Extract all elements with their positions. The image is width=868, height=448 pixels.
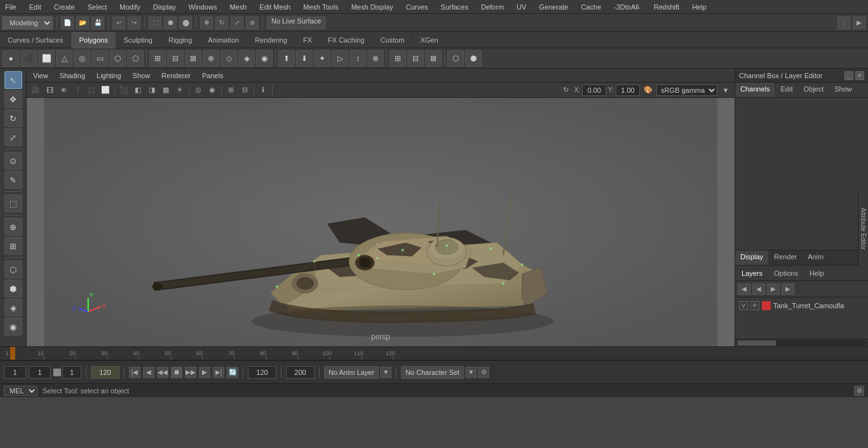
vp-resolution-icon[interactable]: ⊞ (224, 85, 237, 96)
vp-shading2-icon[interactable]: ◧ (132, 85, 144, 96)
vp-light-icon[interactable]: ☀ (173, 85, 186, 96)
move-tool[interactable]: ✥ (4, 90, 22, 108)
menu-help[interactable]: Help (689, 2, 709, 12)
status-settings-icon[interactable]: ⚙ (854, 386, 864, 396)
viewport[interactable]: View Shading Lighting Show Renderer Pane… (27, 69, 735, 346)
new-file-btn[interactable]: 📄 (61, 17, 74, 29)
go-end-btn[interactable]: ▶| (213, 367, 224, 378)
scene-icon1[interactable]: ⬡ (4, 261, 22, 278)
shelf-cylinder[interactable]: ⬜ (38, 50, 55, 67)
layers-subtab[interactable]: Layers (738, 268, 766, 278)
menu-windows[interactable]: Windows (186, 2, 220, 12)
shelf-extract[interactable]: ⊠ (185, 50, 201, 67)
tab-custom[interactable]: Custom (373, 32, 413, 48)
shelf-extrude[interactable]: ⬆ (278, 50, 295, 67)
coord-y-field[interactable] (616, 85, 640, 96)
menu-select[interactable]: Select (85, 2, 110, 12)
shelf-offset-edge[interactable]: ⊠ (425, 50, 442, 67)
menu-create[interactable]: Create (51, 2, 78, 12)
layer-color-swatch[interactable] (762, 301, 771, 310)
menu-curves[interactable]: Curves (403, 2, 431, 12)
end-frame-field[interactable] (91, 366, 119, 379)
vp-isolate-icon[interactable]: ◉ (206, 85, 219, 96)
no-char-set-btn[interactable]: No Character Set (401, 366, 464, 379)
select-tool-btn[interactable]: ⬚ (149, 17, 161, 29)
anim-layer-menu-btn[interactable]: ▼ (380, 367, 391, 378)
open-file-btn[interactable]: 📂 (76, 17, 89, 29)
scale-tool[interactable]: ⤢ (4, 128, 22, 146)
scene-icon2[interactable]: ⬢ (4, 280, 22, 297)
viewport-canvas[interactable]: X Y Z persp (27, 98, 735, 346)
viewport-menu-view[interactable]: View (31, 71, 51, 81)
loop-btn[interactable]: 🔄 (227, 367, 238, 378)
shelf-plane[interactable]: ▭ (92, 50, 108, 67)
tab-fx[interactable]: FX (295, 32, 320, 48)
vp-extra1-icon[interactable]: ↻ (560, 85, 573, 96)
tab-xgen[interactable]: XGen (412, 32, 446, 48)
viewport-menu-panels[interactable]: Panels (200, 71, 226, 81)
options-subtab[interactable]: Options (770, 268, 802, 278)
tab-curves-surfaces[interactable]: Curves / Surfaces (0, 32, 71, 48)
step-back-btn[interactable]: ◀ (143, 367, 154, 378)
tab-polygons[interactable]: Polygons (71, 32, 116, 48)
script-lang-selector[interactable]: MEL (4, 386, 37, 396)
step-fwd-btn[interactable]: ▶ (199, 367, 210, 378)
universal-btn[interactable]: ⊕ (246, 17, 259, 29)
select-lasso-btn[interactable]: ⬟ (164, 17, 177, 29)
anim-layer-tab[interactable]: Anim (803, 250, 829, 265)
paint-tool[interactable]: ✎ (4, 171, 22, 189)
layer-vis-toggle[interactable]: V (739, 301, 748, 310)
save-btn[interactable]: 💾 (92, 17, 104, 29)
current-frame-field[interactable] (29, 366, 51, 379)
vp-film-icon[interactable]: 🎞 (43, 85, 56, 96)
panel-minimize-btn[interactable]: _ (844, 71, 853, 80)
coord-x-field[interactable] (582, 85, 606, 96)
layer-next-btn[interactable]: ▶ (767, 283, 780, 295)
edit-tab[interactable]: Edit (775, 83, 798, 97)
redo-btn[interactable]: ↪ (128, 17, 140, 29)
show-manip-tool[interactable]: ⊕ (4, 218, 22, 236)
playback-end-field[interactable] (286, 366, 315, 379)
shelf-insert-edge[interactable]: ⊟ (407, 50, 424, 67)
vp-wireframe-icon[interactable]: ⬚ (85, 85, 98, 96)
shelf-disk[interactable]: ⬡ (109, 50, 126, 67)
mode-selector[interactable]: Modeling (3, 17, 53, 29)
no-live-surface-btn[interactable]: No Live Surface (267, 17, 325, 29)
menu-surfaces[interactable]: Surfaces (438, 2, 471, 12)
viewport-menu-renderer[interactable]: Renderer (159, 71, 193, 81)
shelf-reduce[interactable]: ◉ (256, 50, 273, 67)
menu-file[interactable]: File (3, 2, 19, 12)
stop-btn[interactable]: ⏹ (171, 367, 182, 378)
viewport-menu-show[interactable]: Show (130, 71, 153, 81)
scroll-track[interactable] (738, 341, 865, 346)
tab-rendering[interactable]: Rendering (247, 32, 295, 48)
panel-scrollbar[interactable] (735, 339, 868, 346)
go-start-btn[interactable]: |◀ (129, 367, 140, 378)
viewport-menu-shading[interactable]: Shading (57, 71, 88, 81)
shelf-booleans[interactable]: ⊕ (203, 50, 219, 67)
tab-fx-caching[interactable]: FX Caching (320, 32, 372, 48)
menu-mesh[interactable]: Mesh (227, 2, 249, 12)
render-region-btn[interactable]: ▶ (853, 17, 865, 29)
shelf-wedge[interactable]: ▷ (332, 50, 348, 67)
layer-item[interactable]: V P Tank_Turret_Camoufla (736, 299, 867, 313)
char-set-settings-btn[interactable]: ⚙ (478, 367, 489, 378)
rotate-tool[interactable]: ↻ (4, 109, 22, 127)
select-arrow-tool[interactable]: ↖ (4, 71, 22, 89)
shelf-remesh[interactable]: ◈ (238, 50, 255, 67)
tab-sculpting[interactable]: Sculpting (116, 32, 161, 48)
paint-sel-btn[interactable]: ⬤ (179, 17, 192, 29)
channels-tab[interactable]: Channels (735, 83, 775, 97)
no-anim-layer-btn[interactable]: No Anim Layer (324, 366, 379, 379)
layer-type-toggle[interactable]: P (750, 301, 759, 310)
layer-last-btn[interactable]: ▶ (782, 283, 794, 295)
object-tab[interactable]: Object (798, 83, 829, 97)
menu-cache[interactable]: Cache (578, 2, 604, 12)
shelf-bridge[interactable]: ⬇ (296, 50, 313, 67)
panel-close-btn[interactable]: ✕ (855, 71, 864, 80)
menu-mesh-display[interactable]: Mesh Display (349, 2, 396, 12)
shelf-separate[interactable]: ⊟ (167, 50, 184, 67)
soft-select-tool[interactable]: ⊙ (4, 152, 22, 170)
menu-edit-mesh[interactable]: Edit Mesh (257, 2, 293, 12)
scene-icon4[interactable]: ◉ (4, 318, 22, 336)
